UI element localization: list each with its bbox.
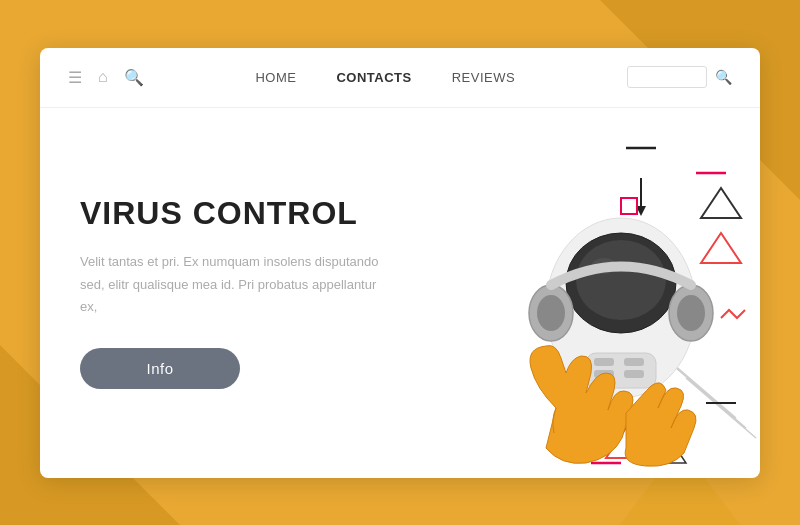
navbar: ☰ ⌂ 🔍 HOME CONTACTS REVIEWS 🔍 [40, 48, 760, 108]
main-card: ☰ ⌂ 🔍 HOME CONTACTS REVIEWS 🔍 VIRUS CONT… [40, 48, 760, 478]
svg-line-11 [686, 378, 756, 438]
svg-point-21 [537, 295, 565, 331]
search-icon[interactable]: 🔍 [124, 68, 144, 87]
nav-icons-left: ☰ ⌂ 🔍 [68, 68, 144, 87]
menu-icon[interactable]: ☰ [68, 68, 82, 87]
svg-rect-28 [624, 370, 644, 378]
info-button[interactable]: Info [80, 348, 240, 389]
nav-link-contacts[interactable]: CONTACTS [336, 70, 411, 85]
right-illustration [436, 108, 760, 478]
nav-link-reviews[interactable]: REVIEWS [452, 70, 515, 85]
svg-rect-25 [594, 358, 614, 366]
home-icon[interactable]: ⌂ [98, 68, 108, 86]
svg-marker-7 [701, 188, 741, 218]
nav-right: 🔍 [627, 66, 732, 88]
svg-point-18 [576, 240, 666, 320]
page-title: VIRUS CONTROL [80, 196, 396, 231]
main-content: VIRUS CONTROL Velit tantas et pri. Ex nu… [40, 108, 760, 478]
svg-point-23 [677, 295, 705, 331]
nav-link-home[interactable]: HOME [255, 70, 296, 85]
svg-marker-8 [701, 233, 741, 263]
svg-rect-6 [621, 198, 637, 214]
left-content: VIRUS CONTROL Velit tantas et pri. Ex nu… [40, 108, 436, 478]
search-input[interactable] [627, 66, 707, 88]
hero-illustration [426, 118, 760, 478]
search-icon-nav[interactable]: 🔍 [715, 69, 732, 85]
hero-description: Velit tantas et pri. Ex numquam insolens… [80, 251, 380, 317]
nav-links: HOME CONTACTS REVIEWS [255, 70, 515, 85]
svg-rect-26 [624, 358, 644, 366]
